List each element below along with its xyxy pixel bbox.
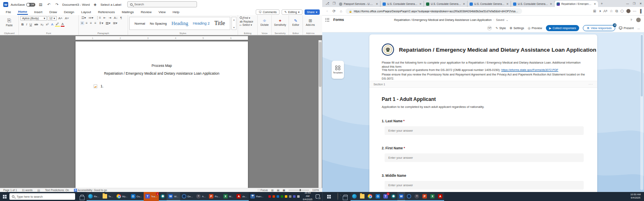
home-icon[interactable]: ⌂: [339, 9, 344, 13]
chevron-down-icon[interactable]: ⌄: [506, 18, 509, 22]
ds3072-link[interactable]: https://eforms.state.gov/Forms/ds3072.PD…: [501, 68, 558, 72]
word-search-box[interactable]: Search: [127, 1, 197, 7]
taskbar-app-word[interactable]: W: [397, 192, 405, 201]
proofing-icon[interactable]: 🕮: [37, 189, 40, 192]
style-title[interactable]: Title: [214, 20, 225, 27]
dictate-button[interactable]: ⌯ Dictate: [258, 15, 271, 29]
tab-close-icon[interactable]: ✕: [506, 2, 509, 6]
taskbar-app-edge[interactable]: [351, 192, 358, 201]
taskbar-app-paw[interactable]: ࿔A...: [195, 192, 207, 201]
taskbar-app-edge[interactable]: Re...: [87, 192, 101, 201]
search-icon[interactable]: [337, 193, 338, 200]
minimize-icon[interactable]: —: [624, 2, 631, 5]
middle-name-input[interactable]: [385, 181, 584, 190]
tray-icon[interactable]: [289, 195, 291, 198]
present-button[interactable]: Present: [619, 26, 634, 30]
autosave-switch-icon[interactable]: Off: [26, 3, 35, 7]
sidebar-icon[interactable]: ▐: [639, 9, 642, 13]
taskbar-app-acrobat[interactable]: Ads...: [235, 192, 249, 201]
underline-icon[interactable]: U: [29, 23, 33, 26]
accessibility-status[interactable]: ♿ Accessibility: Good to go: [74, 189, 107, 192]
preview-button[interactable]: ◎Preview: [528, 26, 542, 30]
tray-icon[interactable]: [268, 195, 271, 198]
taskbar-app-dark-circle[interactable]: [405, 192, 413, 201]
font-size-dropdown[interactable]: 12▾: [48, 16, 57, 21]
share-button[interactable]: Share ▾: [305, 9, 320, 15]
refresh-icon[interactable]: ⟳: [332, 9, 337, 13]
taskbar-clock[interactable]: 10:50 AM 6/4/2025: [303, 192, 312, 201]
browser-tab-5[interactable]: U.S. Consulate General Melbou ✕: [511, 1, 555, 7]
read-mode-icon[interactable]: ▥: [271, 189, 273, 192]
mute-tab-icon[interactable]: 🕨: [598, 9, 601, 14]
account-avatar[interactable]: [636, 18, 641, 22]
superscript-icon[interactable]: x²: [45, 23, 50, 26]
page-count[interactable]: Page 1 of 1: [3, 189, 17, 192]
taskbar-app-excel[interactable]: XM...: [222, 192, 235, 201]
tray-icon[interactable]: [285, 195, 287, 198]
read-aloud-icon[interactable]: Aᵃ: [603, 9, 607, 13]
autosave-toggle[interactable]: AutoSave Off: [11, 3, 35, 7]
menu-tab-help[interactable]: Help: [172, 10, 180, 14]
justify-icon[interactable]: ≡: [94, 21, 97, 25]
taskbar-app-explorer[interactable]: Te...: [101, 192, 115, 201]
last-name-input[interactable]: [385, 126, 584, 135]
replace-button[interactable]: ab Replace: [240, 20, 256, 23]
menu-tab-design[interactable]: Design: [63, 10, 75, 14]
taskbar-app-teams[interactable]: T1: [382, 192, 390, 201]
taskbar-app-paw[interactable]: ࿔: [413, 192, 421, 201]
templates-button[interactable]: Templates: [332, 61, 344, 79]
taskbar-app-dark-circle[interactable]: De...: [180, 192, 195, 201]
redo-icon[interactable]: ↷: [54, 2, 60, 7]
browser-tab-1[interactable]: Passport Services - U.S. Embas ✕: [337, 1, 380, 7]
task-view-icon[interactable]: [80, 195, 84, 198]
document-page[interactable]: Process Map Repatriation / Emergency Med…: [76, 41, 248, 188]
browser-tab-active[interactable]: Repatriation / Emergency Medi ✕: [555, 1, 598, 7]
autocorrect-icon[interactable]: [94, 85, 97, 88]
tab-close-icon[interactable]: ✕: [376, 2, 378, 6]
part-title[interactable]: Part 1 - Adult Applicant: [382, 96, 436, 102]
tray-icon[interactable]: [293, 195, 296, 198]
select-button[interactable]: ▻ Select ▾: [240, 23, 256, 27]
back-icon[interactable]: ‹: [325, 9, 330, 13]
favorite-star-icon[interactable]: ☆: [610, 9, 613, 13]
style-normal[interactable]: Normal: [135, 22, 145, 25]
align-right-icon[interactable]: ≡: [89, 21, 93, 25]
menu-tab-draw[interactable]: Draw: [48, 10, 58, 14]
url-field[interactable]: 🔒 https://forms.office.com/Pages/DesignP…: [346, 8, 522, 14]
numbering-icon[interactable]: ≔▾: [87, 16, 94, 20]
start-button[interactable]: [323, 192, 335, 201]
collections-icon[interactable]: ⧉: [615, 9, 618, 14]
taskbar-app-chrome[interactable]: My...: [115, 192, 129, 201]
subscript-icon[interactable]: x₂: [40, 23, 44, 26]
menu-tab-file[interactable]: File: [5, 10, 12, 14]
forms-document-title[interactable]: Repatriation / Emergency Medical and Die…: [394, 16, 509, 24]
workspaces-icon[interactable]: ⎇: [324, 2, 331, 5]
app-launcher-icon[interactable]: [325, 18, 329, 22]
collaborator-presence-avatar[interactable]: NP: [487, 26, 492, 30]
style-no-spacing[interactable]: No Spacing: [150, 22, 167, 25]
browser-profile-avatar[interactable]: [626, 9, 630, 13]
split-screen-icon[interactable]: ⊞: [593, 9, 596, 13]
style-heading2[interactable]: Heading 2: [193, 21, 210, 25]
web-layout-icon[interactable]: ▦: [283, 189, 285, 192]
first-name-input[interactable]: [385, 153, 584, 162]
taskbar-app-chrome[interactable]: [366, 192, 374, 201]
vertical-tabs-icon[interactable]: ❐: [331, 2, 337, 5]
menu-tab-review[interactable]: Review: [140, 10, 152, 14]
styles-gallery-scroll[interactable]: ▴▾: [231, 17, 236, 30]
taskbar-app-powerpoint[interactable]: PPo...: [207, 192, 222, 201]
start-button[interactable]: [0, 192, 9, 201]
taskbar-app-webex[interactable]: ◉: [390, 192, 397, 201]
scrollbar-thumb[interactable]: [319, 42, 321, 87]
zoom-slider[interactable]: [289, 190, 309, 190]
taskbar-app-acrobat[interactable]: A: [436, 192, 444, 201]
strikethrough-icon[interactable]: ab: [34, 23, 39, 26]
taskbar-weather[interactable]: ☂Rain...: [249, 192, 265, 201]
scrollbar-thumb[interactable]: [641, 35, 643, 96]
section-more-icon[interactable]: ···: [589, 82, 593, 86]
editing-mode-dropdown[interactable]: ✎Editing ▾: [282, 9, 303, 15]
restore-icon[interactable]: ❐: [631, 2, 637, 5]
volume-icon[interactable]: [297, 195, 300, 198]
print-layout-icon[interactable]: ▤: [277, 189, 280, 192]
find-button[interactable]: Find ▾: [240, 16, 256, 20]
